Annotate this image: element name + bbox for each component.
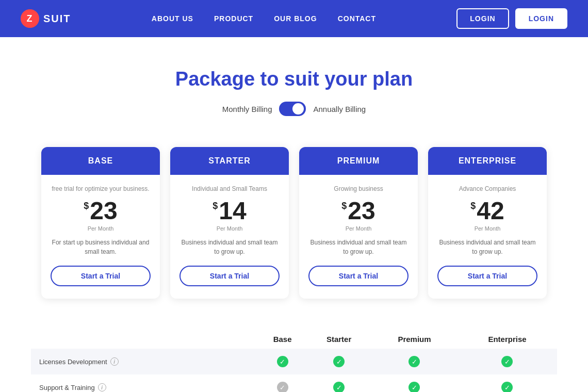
price-dollar-premium: $ [341,201,347,211]
card-body-premium: Growing business $ 23 Per Month Business… [299,175,418,299]
login-button-1[interactable]: LOGIN [456,8,509,29]
card-header-starter: STARTER [170,147,289,175]
nav-about-us[interactable]: ABOUT US [152,14,193,23]
comparison-section: Base Starter Premium Enterprise Licenses… [0,319,588,392]
col-base: Base [258,330,306,349]
feature-cell-1: Support & Trainingi [31,374,258,392]
price-dollar-enterprise: $ [470,201,476,211]
check-cell-0-1: ✓ [306,349,371,374]
trial-button-starter[interactable]: Start a Trial [179,266,280,286]
table-row: Licenses Developmenti✓✓✓✓ [31,349,557,374]
card-premium: PREMIUM Growing business $ 23 Per Month … [299,147,418,299]
check-green-icon: ✓ [501,382,513,392]
price-period-enterprise: Per Month [475,225,501,232]
check-green-icon: ✓ [501,356,513,367]
price-period-base: Per Month [88,225,114,232]
price-period-starter: Per Month [217,225,243,232]
logo-icon: Z [21,9,39,28]
col-enterprise: Enterprise [458,330,557,349]
card-subtitle-starter: Individual and Small Teams [192,185,267,192]
check-cell-1-2: ✓ [371,374,458,392]
col-starter: Starter [306,330,371,349]
price-dollar-starter: $ [213,201,218,211]
check-cell-1-1: ✓ [306,374,371,392]
pricing-cards: BASE free trial for optimize your busine… [0,132,588,319]
price-amount-premium: 23 [348,199,375,223]
trial-button-base[interactable]: Start a Trial [51,266,151,286]
toggle-knob [292,103,304,115]
price-amount-base: 23 [90,199,117,223]
annually-billing-label: Annually Billing [313,105,366,113]
hero-section: Package to suit your plan Monthly Billin… [0,37,588,132]
feature-label-1: Support & Training [39,384,95,391]
nav-links: ABOUT US PRODUCT OUR BLOG CONTACT [152,14,376,23]
billing-toggle-row: Monthly Billing Annually Billing [21,102,567,116]
card-header-premium: PREMIUM [299,147,418,175]
check-cell-0-2: ✓ [371,349,458,374]
card-enterprise: ENTERPRISE Advance Companies $ 42 Per Mo… [428,147,547,299]
col-feature [31,330,258,349]
card-subtitle-base: free trial for optimize your business. [52,185,149,192]
info-icon-0[interactable]: i [110,357,119,366]
check-cell-0-0: ✓ [258,349,306,374]
check-cell-0-3: ✓ [458,349,557,374]
feature-label-0: Licenses Development [39,358,107,366]
card-base: BASE free trial for optimize your busine… [41,147,160,299]
table-row: Support & Trainingi✓✓✓✓ [31,374,557,392]
check-green-icon: ✓ [277,356,288,367]
card-price-premium: $ 23 [341,199,375,223]
card-price-starter: $ 14 [213,199,246,223]
check-cell-1-3: ✓ [458,374,557,392]
feature-cell-0: Licenses Developmenti [31,349,258,374]
info-icon-1[interactable]: i [98,383,106,391]
card-desc-premium: Business individual and small team to gr… [308,238,409,256]
price-dollar-base: $ [84,201,89,211]
card-header-base: BASE [41,147,160,175]
card-starter: STARTER Individual and Small Teams $ 14 … [170,147,289,299]
logo-text: SUIT [43,13,71,25]
price-amount-enterprise: 42 [477,199,504,223]
table-body: Licenses Developmenti✓✓✓✓Support & Train… [31,349,557,392]
check-cell-1-0: ✓ [258,374,306,392]
check-green-icon: ✓ [333,356,345,367]
card-body-base: free trial for optimize your business. $… [41,175,160,299]
login-button-2[interactable]: LOGIN [515,8,567,29]
check-gray-icon: ✓ [277,382,288,392]
trial-button-enterprise[interactable]: Start a Trial [437,266,537,286]
comparison-table: Base Starter Premium Enterprise Licenses… [31,330,557,392]
card-body-starter: Individual and Small Teams $ 14 Per Mont… [170,175,289,299]
card-desc-base: For start up business individual and sma… [51,238,151,256]
monthly-billing-label: Monthly Billing [222,105,272,113]
nav-product[interactable]: PRODUCT [214,14,253,23]
card-body-enterprise: Advance Companies $ 42 Per Month Busines… [428,175,547,299]
hero-title: Package to suit your plan [21,68,567,90]
navbar: Z SUIT ABOUT US PRODUCT OUR BLOG CONTACT… [0,0,588,37]
card-desc-enterprise: Business individual and small team to gr… [437,238,537,256]
card-desc-starter: Business individual and small team to gr… [179,238,280,256]
nav-our-blog[interactable]: OUR BLOG [274,14,317,23]
check-green-icon: ✓ [333,382,345,392]
card-subtitle-premium: Growing business [334,185,383,192]
card-price-base: $ 23 [84,199,117,223]
nav-contact[interactable]: CONTACT [338,14,376,23]
col-premium: Premium [371,330,458,349]
check-green-icon: ✓ [409,382,420,392]
card-price-enterprise: $ 42 [470,199,504,223]
nav-actions: LOGIN LOGIN [456,8,567,29]
price-period-premium: Per Month [346,225,372,232]
price-amount-starter: 14 [219,199,246,223]
trial-button-premium[interactable]: Start a Trial [308,266,409,286]
card-header-enterprise: ENTERPRISE [428,147,547,175]
billing-toggle-switch[interactable] [279,102,306,116]
check-green-icon: ✓ [409,356,420,367]
card-subtitle-enterprise: Advance Companies [459,185,516,192]
logo[interactable]: Z SUIT [21,9,71,28]
table-header: Base Starter Premium Enterprise [31,330,557,349]
